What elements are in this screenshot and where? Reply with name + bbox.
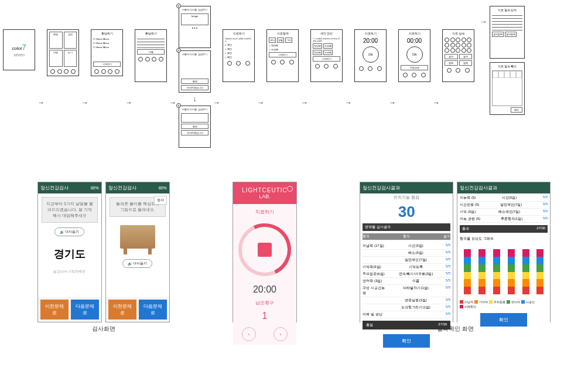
home-btn[interactable]: 회원 xyxy=(49,32,63,49)
stop-button[interactable] xyxy=(258,243,272,257)
exam-group: 정신건강검사80% 지금부터 3가지 낱말을 불러드리겠습니다. 잘 기억해서 … xyxy=(37,182,170,333)
summary-table: 지능력 (5)시간(5점)5/5시간진행 (5)일반재인(7점)5/5기억 (5… xyxy=(460,195,548,223)
screen-home: 회원 검진 약정 보기 xyxy=(47,29,79,76)
start-btn[interactable]: 시작하기 xyxy=(313,56,340,62)
on-button[interactable]: ON xyxy=(406,46,423,63)
brand-title: LIGHTCEUTIC xyxy=(242,187,288,193)
instruction-text: 지금부터 3가지 낱말을 불러드리겠습니다. 잘 기억해서 대답해주세요 xyxy=(42,197,98,223)
header-title: 정신건강검사결과 xyxy=(460,185,497,191)
start-btn[interactable]: 시작하기 xyxy=(269,52,296,57)
title: 색각 검진 xyxy=(313,32,340,35)
home-btn[interactable]: 보기 xyxy=(64,50,77,67)
confirm-button[interactable]: 확인 xyxy=(383,334,430,348)
image-ph: Image xyxy=(181,13,208,25)
confirm-button[interactable]: 확인 xyxy=(480,313,527,327)
therapy-group: LIGHTCEUTIC LAB. 치료하기 20:00 남은횟수 1 ‹ › 치… xyxy=(233,182,297,333)
logo-sub: seven xyxy=(13,53,25,57)
home-btn[interactable]: 약정 xyxy=(49,50,63,67)
arrow-icon: → xyxy=(389,98,396,107)
logo-text: color xyxy=(12,46,22,51)
screen-result-view: 치료 결과 확인 확인 xyxy=(490,62,525,115)
screen-result-input: 치료 결과 입력 결과항목결과항목 xyxy=(490,6,525,59)
score-value: 30 xyxy=(363,203,450,221)
prev-button[interactable]: 이전문제로 xyxy=(108,300,136,320)
screen-timer2: 치료하기 00:00 ON 치료완료 xyxy=(398,29,430,82)
header-title: 정신건강검사 xyxy=(40,185,69,191)
title: 환영하기 xyxy=(93,32,121,35)
close-icon[interactable]: × xyxy=(176,48,181,53)
remain-label: 남은횟수 xyxy=(237,300,293,306)
start-btn[interactable]: 시작하기 xyxy=(93,62,121,67)
audio-btn[interactable]: 안내하겠습니다 xyxy=(181,85,208,90)
title: 치료 결과 확인 xyxy=(492,64,522,68)
sub-text: 듣고나서 기억하세요 xyxy=(42,269,98,274)
title: 사용자 다시할 검검하기 xyxy=(181,108,208,111)
home-btn[interactable]: 검진 xyxy=(64,32,77,49)
therapy-screen: LIGHTCEUTIC LAB. 치료하기 20:00 남은횟수 1 ‹ › xyxy=(233,182,297,322)
progress-pct: 80% xyxy=(91,186,99,190)
chart-legend: 지남력기억력주의집중언어력시공간이해판단 xyxy=(460,300,548,308)
header-title: 정신건강검사결과 xyxy=(363,185,400,191)
arrow-icon: → xyxy=(257,98,264,107)
title: 치료하기 xyxy=(225,32,252,35)
title: 치료하기 xyxy=(401,32,428,35)
score-label: 인지기능 점검 xyxy=(363,195,450,201)
audio-btn[interactable]: 음성 xyxy=(181,124,208,129)
screen-audio2: × 사용자 다시할 검검하기 음성 안내하겠습니다 xyxy=(179,50,211,93)
close-icon[interactable]: × xyxy=(176,103,181,108)
time-text: 20:00 xyxy=(357,38,384,44)
caption-exam: 검사화면 xyxy=(92,325,115,333)
on-button[interactable]: ON xyxy=(363,46,379,63)
arrow-icon: ↓ xyxy=(193,95,197,103)
arrow-icon: → xyxy=(345,98,352,107)
prev-button[interactable]: 이전문제로 xyxy=(40,300,69,320)
exam-screen-2: 정신건강검사80% 들려준 물어줄 책상위에 그림으로 올려세요. 정사 🔊 다… xyxy=(105,182,170,322)
title: 치료 상세 xyxy=(445,32,472,35)
wireframe-flowchart: color7 seven → 회원 검진 약정 보기 → 환영하기 ☐ Home… xyxy=(0,0,588,176)
result-screen-2: 정신건강검사결과 지능력 (5)시간(5점)5/5시간진행 (5)일반재인(7점… xyxy=(457,182,551,322)
close-icon[interactable]: × xyxy=(176,4,181,8)
confirm-btn[interactable]: 확인 xyxy=(511,107,522,113)
desk-image[interactable] xyxy=(120,225,155,249)
caption-result: 결과확인 화면 xyxy=(437,325,474,333)
title: 치료 결과 입력 xyxy=(492,8,522,12)
play-button[interactable]: 🔊 다시듣기 xyxy=(54,227,84,236)
result-table: 지남력 (17점)시간(5점)5/5배소(5점)5/5일반재인(7점)5/5기억… xyxy=(363,243,450,318)
play-button[interactable]: 🔊 다시듣기 xyxy=(122,259,152,268)
result-screen-1: 정신건강검사결과 인지기능 점검 30 영역별 검사결과 항목항목점수 지남력 … xyxy=(360,182,453,322)
screen-color-test: 색각 검진 본 시스템을 필해하려 검진 대상 환경을 설정하 첫번째두번째 첫… xyxy=(310,29,343,82)
audio-btn[interactable]: 안내하겠습니다 xyxy=(181,130,208,135)
time-display: 20:00 xyxy=(237,284,293,295)
title: 환영하기 xyxy=(137,32,165,35)
screen-therapy-cat: 치료항목 색각정렬기타 ○ 첫번째 ○ 두번째 시작하기 xyxy=(266,29,299,82)
arrow-icon: → xyxy=(213,98,220,107)
count-display: 1 xyxy=(237,311,293,321)
tag-label: 정사 xyxy=(154,196,167,205)
arrow-icon: → xyxy=(169,98,176,107)
audio-btn[interactable]: 음성 xyxy=(181,79,208,84)
screen-audio3: × 사용자 다시할 검검하기 음성 안내하겠습니다 xyxy=(179,106,211,148)
timer-ring xyxy=(238,223,291,276)
next-btn[interactable]: 다음 xyxy=(137,49,165,55)
screen-therapy-opts: 치료하기 치료하며 필요한 항목을 입력하세요 ○ 확인 ○ 확인 ○ 확인 ○… xyxy=(223,29,255,82)
screen-audio1: × 사용자 다시할 검검하기 Image ● ● ● xyxy=(179,6,211,48)
gear-icon[interactable] xyxy=(287,186,293,192)
arrow-icon: → xyxy=(37,98,45,107)
progress-pct: 80% xyxy=(159,186,167,190)
title: 사용자 다시할 검검하기 xyxy=(181,8,208,11)
time-text: 00:00 xyxy=(401,38,428,44)
done-btn[interactable]: 치료완료 xyxy=(401,65,428,70)
chart-title: 항목별 정상도 그래프 xyxy=(460,236,548,242)
arrow-icon: → xyxy=(81,98,88,107)
arrow-icon: → xyxy=(301,98,308,107)
next-button[interactable]: 다음문제로 xyxy=(139,300,167,320)
arrow-icon: → xyxy=(125,98,132,107)
screen-welcome2: 환영하기 다음 xyxy=(135,29,167,82)
next-button[interactable]: 다음문제로 xyxy=(71,300,99,320)
result-group: 정신건강검사결과 인지기능 점검 30 영역별 검사결과 항목항목점수 지남력 … xyxy=(360,182,551,333)
next-arrow[interactable]: › xyxy=(274,327,288,341)
word-display: 경기도 xyxy=(42,247,98,261)
exam-screen-1: 정신건강검사80% 지금부터 3가지 낱말을 불러드리겠습니다. 잘 기억해서 … xyxy=(37,182,102,322)
mockups-row: 정신건강검사80% 지금부터 3가지 낱말을 불러드리겠습니다. 잘 기억해서 … xyxy=(0,176,588,339)
prev-arrow[interactable]: ‹ xyxy=(242,327,256,341)
